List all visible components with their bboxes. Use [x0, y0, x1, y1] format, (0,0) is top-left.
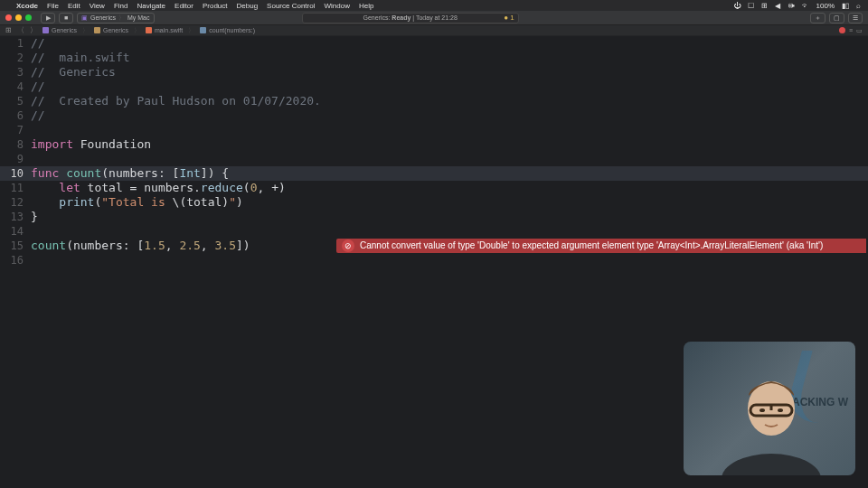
swift-file-icon — [146, 27, 152, 33]
status-text-prefix: Generics: — [363, 14, 390, 21]
line-number: 1 — [0, 36, 31, 51]
folder-icon — [94, 27, 100, 33]
line-number: 12 — [0, 195, 31, 210]
editor-options-icon[interactable]: ▭ — [856, 27, 863, 34]
line-number: 16 — [0, 253, 31, 267]
stop-button[interactable]: ■ — [59, 13, 73, 23]
search-icon[interactable]: ⌕ — [856, 2, 861, 10]
svg-point-0 — [722, 454, 821, 475]
battery-icon: ▮▯ — [842, 2, 849, 10]
forward-button[interactable]: 〉 — [30, 25, 37, 35]
battery-pct: 100% — [816, 2, 835, 10]
svg-point-5 — [778, 408, 783, 412]
volume-icon[interactable]: 🕪 — [788, 2, 795, 10]
menu-edit[interactable]: Edit — [68, 2, 80, 10]
library-button[interactable]: ▢ — [829, 13, 844, 23]
line-number: 6 — [0, 108, 31, 123]
menu-window[interactable]: Window — [324, 2, 349, 10]
jump-bar: ⊞ 〈 〉 Generics〉 Generics〉 main.swift〉 co… — [0, 25, 868, 36]
menu-debug[interactable]: Debug — [237, 2, 259, 10]
line-number: 3 — [0, 65, 31, 80]
status-icon-2: ☐ — [748, 2, 754, 10]
status-text-bold: Ready — [392, 14, 410, 21]
status-text-suffix: | Today at 21:28 — [412, 14, 458, 21]
run-button[interactable]: ▶ — [41, 13, 55, 23]
line-number: 2 — [0, 51, 31, 65]
crumb-project[interactable]: Generics — [42, 27, 77, 33]
add-button[interactable]: ＋ — [810, 13, 826, 23]
macos-menubar: Xcode File Edit View Find Navigate Edito… — [0, 0, 868, 11]
line-number: 10 — [0, 166, 31, 181]
presenter-figure — [712, 361, 830, 475]
inline-error-banner[interactable]: ⊘ Cannot convert value of type 'Double' … — [336, 239, 866, 253]
crumb-folder[interactable]: Generics — [94, 27, 128, 33]
error-indicator[interactable]: ● 1 — [504, 14, 514, 22]
line-number: 13 — [0, 210, 31, 224]
status-icon-1: ⏻ — [733, 2, 741, 10]
window-controls[interactable] — [5, 14, 32, 21]
xcode-toolbar: ▶ ■ ▣ Generics 〉 My Mac Generics: Ready … — [0, 11, 868, 25]
menu-view[interactable]: View — [90, 2, 105, 10]
back-button[interactable]: 〈 — [17, 25, 24, 35]
svg-point-4 — [760, 408, 765, 412]
minimize-icon[interactable] — [15, 14, 22, 21]
line-number: 9 — [0, 152, 31, 166]
error-badge[interactable] — [839, 27, 845, 33]
wifi-icon[interactable]: ᯤ — [802, 2, 809, 10]
line-number: 4 — [0, 80, 31, 94]
crumb-symbol[interactable]: count(numbers:) — [200, 27, 255, 33]
nav-toggle-icon[interactable]: ⊞ — [5, 26, 12, 34]
menu-editor[interactable]: Editor — [175, 2, 193, 10]
error-icon: ⊘ — [342, 239, 354, 252]
app-name[interactable]: Xcode — [16, 2, 38, 10]
line-number: 15 — [0, 239, 31, 253]
project-icon — [42, 27, 49, 33]
line-number: 14 — [0, 224, 31, 239]
source-editor[interactable]: 1// 2// main.swift 3// Generics 4// 5// … — [0, 36, 868, 267]
minimap-icon[interactable]: ≡ — [849, 27, 853, 33]
function-icon — [200, 27, 206, 33]
line-number: 11 — [0, 181, 31, 195]
menu-find[interactable]: Find — [114, 2, 128, 10]
menu-product[interactable]: Product — [203, 2, 228, 10]
line-number: 7 — [0, 123, 31, 137]
webcam-overlay: HACKING W — [684, 342, 855, 475]
menu-file[interactable]: File — [47, 2, 59, 10]
zoom-icon[interactable] — [25, 14, 32, 21]
menu-source-control[interactable]: Source Control — [267, 2, 315, 10]
status-icon-4: ◀ — [775, 2, 780, 10]
scheme-label: Generics — [90, 14, 116, 21]
inspectors-button[interactable]: ☰ — [848, 13, 863, 23]
scheme-selector[interactable]: ▣ Generics 〉 My Mac — [77, 13, 155, 23]
crumb-file[interactable]: main.swift — [146, 27, 183, 33]
activity-status[interactable]: Generics: Ready | Today at 21:28 ● 1 — [302, 13, 519, 23]
line-number: 5 — [0, 94, 31, 108]
line-number: 8 — [0, 137, 31, 152]
menu-help[interactable]: Help — [359, 2, 373, 10]
status-icon-3: ⊞ — [761, 2, 768, 10]
code-text: // — [31, 36, 45, 51]
destination-label: My Mac — [127, 14, 150, 21]
menu-navigate[interactable]: Navigate — [137, 2, 165, 10]
close-icon[interactable] — [5, 14, 12, 21]
error-message: Cannot convert value of type 'Double' to… — [360, 239, 823, 253]
